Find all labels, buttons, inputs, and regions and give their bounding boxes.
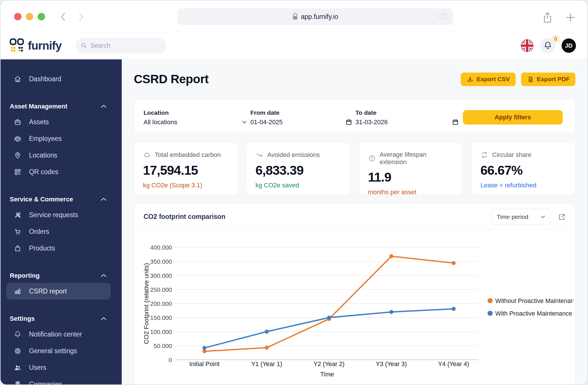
svg-text:CO2 Footprint (relative units): CO2 Footprint (relative units) bbox=[143, 263, 150, 344]
sidebar-section-reporting: Reporting bbox=[1, 269, 122, 283]
svg-text:400.000: 400.000 bbox=[150, 244, 172, 251]
brand-name: furnify bbox=[28, 39, 61, 52]
close-window-button[interactable] bbox=[14, 13, 22, 20]
logo[interactable]: furnify bbox=[9, 38, 61, 53]
calendar-icon bbox=[345, 118, 352, 126]
sidebar-item-companies[interactable]: Companies bbox=[1, 376, 122, 385]
sidebar: Dashboard Asset Management Assets Employ… bbox=[1, 59, 122, 385]
sidebar-section-service-commerce: Service & Commerce bbox=[1, 192, 122, 207]
main-content: CSRD Report Export CSV Export PDF Locati… bbox=[122, 59, 587, 385]
url-text: app.furnify.io bbox=[301, 13, 338, 21]
brand-mark-icon bbox=[9, 38, 24, 53]
gear-icon bbox=[14, 347, 22, 355]
cloud-icon bbox=[143, 151, 151, 159]
to-date-input[interactable]: 31-03-2026 bbox=[355, 118, 459, 126]
stat-card-avoided-emissions: Avoided emissions 6,833.39 kg CO2e saved bbox=[246, 142, 351, 195]
zoom-window-button[interactable] bbox=[38, 13, 45, 20]
svg-text:100.000: 100.000 bbox=[150, 328, 172, 335]
svg-text:Without Proactive Maintenance: Without Proactive Maintenance bbox=[495, 298, 573, 304]
from-date-label: From date bbox=[250, 109, 280, 116]
sidebar-item-dashboard[interactable]: Dashboard bbox=[1, 71, 122, 87]
svg-text:150.000: 150.000 bbox=[150, 314, 172, 321]
trending-down-icon bbox=[256, 151, 264, 159]
chevron-up-icon[interactable] bbox=[100, 317, 107, 321]
app-header: furnify 0 bbox=[1, 32, 587, 59]
svg-text:250.000: 250.000 bbox=[150, 286, 172, 293]
stat-subtitle: kg CO2e saved bbox=[256, 182, 341, 189]
shopping-bag-icon bbox=[14, 244, 22, 252]
sidebar-item-general-settings[interactable]: General settings bbox=[1, 343, 122, 359]
browser-window: app.furnify.io furnify bbox=[0, 0, 588, 385]
svg-text:300.000: 300.000 bbox=[150, 272, 172, 279]
svg-text:Initial Point: Initial Point bbox=[189, 361, 219, 368]
chevron-down-icon bbox=[242, 120, 247, 124]
svg-text:With Proactive Maintenance: With Proactive Maintenance bbox=[495, 310, 572, 317]
chevron-up-icon[interactable] bbox=[100, 274, 107, 278]
global-search bbox=[76, 38, 167, 53]
svg-text:Time: Time bbox=[320, 371, 334, 378]
cart-icon bbox=[14, 228, 22, 236]
lock-icon bbox=[292, 13, 298, 20]
url-bar[interactable]: app.furnify.io bbox=[177, 8, 453, 25]
sidebar-item-products[interactable]: Products bbox=[1, 240, 122, 256]
briefcase-icon bbox=[14, 118, 22, 126]
clock-icon bbox=[368, 154, 376, 162]
stat-subtitle: Lease + refurbished bbox=[480, 182, 566, 189]
svg-text:Y2 (Year 2): Y2 (Year 2) bbox=[314, 361, 345, 368]
stat-value: 66.67% bbox=[480, 163, 566, 178]
svg-text:Y1 (Year 1): Y1 (Year 1) bbox=[251, 361, 282, 368]
forward-button[interactable] bbox=[77, 12, 85, 22]
search-input[interactable] bbox=[90, 42, 156, 49]
chevron-up-icon[interactable] bbox=[100, 197, 107, 201]
sidebar-item-service-requests[interactable]: Service requests bbox=[1, 207, 122, 223]
sidebar-item-employees[interactable]: Employees bbox=[1, 130, 122, 147]
minimize-window-button[interactable] bbox=[26, 13, 33, 20]
share-button[interactable] bbox=[542, 11, 553, 24]
notification-button[interactable]: 0 bbox=[540, 38, 555, 53]
bell-icon bbox=[14, 330, 22, 338]
export-pdf-button[interactable]: Export PDF bbox=[521, 73, 575, 86]
stat-value: 11.9 bbox=[368, 170, 454, 185]
filter-bar: Location All locations From date 01-04-2… bbox=[134, 100, 575, 133]
traffic-lights bbox=[14, 13, 45, 20]
svg-text:200.000: 200.000 bbox=[150, 300, 172, 307]
location-select[interactable]: All locations bbox=[144, 118, 247, 126]
chevron-up-icon[interactable] bbox=[100, 104, 107, 108]
sidebar-item-orders[interactable]: Orders bbox=[1, 223, 122, 240]
sidebar-section-asset-management: Asset Management bbox=[1, 99, 122, 114]
reload-button[interactable] bbox=[438, 11, 447, 22]
sidebar-item-qr-codes[interactable]: QR codes bbox=[1, 164, 122, 180]
language-flag-button[interactable] bbox=[520, 39, 534, 52]
from-date-input[interactable]: 01-04-2025 bbox=[250, 118, 352, 126]
sidebar-item-users[interactable]: Users bbox=[1, 359, 122, 376]
chevron-down-icon bbox=[540, 215, 546, 219]
time-period-select[interactable]: Time period bbox=[491, 209, 550, 225]
avatar[interactable]: JD bbox=[562, 38, 576, 53]
sidebar-item-assets[interactable]: Assets bbox=[1, 114, 122, 130]
stat-card-circular-share: Circular share 66.67% Lease + refurbishe… bbox=[471, 142, 575, 195]
new-tab-button[interactable] bbox=[565, 12, 576, 23]
sidebar-item-locations[interactable]: Locations bbox=[1, 147, 122, 164]
home-icon bbox=[14, 75, 22, 83]
svg-text:50.000: 50.000 bbox=[154, 343, 172, 349]
svg-text:350.000: 350.000 bbox=[150, 258, 172, 265]
people-icon bbox=[14, 135, 22, 143]
sidebar-item-notification-center[interactable]: Notification center bbox=[1, 326, 122, 343]
calendar-icon bbox=[452, 118, 459, 126]
stat-card-lifespan-extension: Average lifespan extension 11.9 months p… bbox=[359, 142, 463, 195]
to-date-label: To date bbox=[355, 109, 376, 116]
stat-subtitle: months per asset bbox=[368, 188, 454, 196]
sidebar-section-settings: Settings bbox=[1, 312, 122, 326]
export-csv-button[interactable]: Export CSV bbox=[461, 73, 516, 86]
apply-filters-button[interactable]: Apply filters bbox=[463, 110, 563, 125]
bell-icon bbox=[543, 41, 552, 50]
page-title: CSRD Report bbox=[134, 72, 209, 86]
co2-footprint-chart: 050.000100.000150.000200.000250.000300.0… bbox=[134, 231, 573, 385]
users-icon bbox=[14, 364, 22, 372]
back-button[interactable] bbox=[59, 12, 67, 22]
external-link-icon[interactable] bbox=[557, 212, 566, 221]
refresh-icon bbox=[480, 151, 488, 159]
svg-text:Y4 (Year 4): Y4 (Year 4) bbox=[438, 361, 469, 368]
stat-value: 6,833.39 bbox=[256, 163, 341, 178]
sidebar-item-csrd-report[interactable]: CSRD report bbox=[6, 283, 111, 300]
